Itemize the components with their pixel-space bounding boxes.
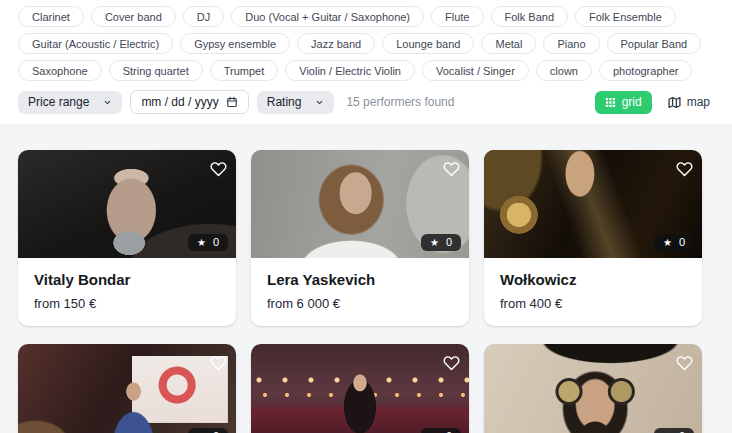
performer-card[interactable]: ★ 0 bbox=[18, 344, 236, 433]
performer-photo: ★ 0 bbox=[251, 150, 469, 258]
heart-icon bbox=[676, 354, 693, 371]
performer-info: Wołkowicz from 400 € bbox=[484, 258, 702, 326]
tag-folk-ensemble[interactable]: Folk Ensemble bbox=[575, 6, 676, 27]
performer-card[interactable]: ★ 0 Vitaly Bondar from 150 € bbox=[18, 150, 236, 326]
performer-card[interactable]: ★ 0 bbox=[251, 344, 469, 433]
favorite-button[interactable] bbox=[440, 351, 462, 373]
heart-icon bbox=[443, 354, 460, 371]
tag-filter-list: Clarinet Cover band DJ Duo (Vocal + Guit… bbox=[0, 0, 732, 81]
heart-icon bbox=[210, 354, 227, 371]
rating-label: Rating bbox=[267, 95, 302, 109]
favorite-button[interactable] bbox=[673, 351, 695, 373]
performer-photo-image bbox=[18, 344, 236, 433]
rating-badge: ★ 0 bbox=[188, 428, 228, 433]
favorite-button[interactable] bbox=[673, 157, 695, 179]
performer-photo: ★ 0 bbox=[484, 150, 702, 258]
performer-price: from 400 € bbox=[500, 296, 686, 311]
rating-badge: ★ 0 bbox=[188, 234, 228, 251]
tag-photographer[interactable]: photographer bbox=[599, 60, 692, 81]
performer-photo: ★ 0 bbox=[484, 344, 702, 433]
heart-icon bbox=[443, 160, 460, 177]
heart-icon bbox=[676, 160, 693, 177]
tag-clarinet[interactable]: Clarinet bbox=[18, 6, 84, 27]
favorite-button[interactable] bbox=[440, 157, 462, 179]
tag-duo-vocal-guitar-saxophone[interactable]: Duo (Vocal + Guitar / Saxophone) bbox=[231, 6, 424, 27]
price-range-select[interactable]: Price range bbox=[18, 91, 122, 114]
tag-lounge-band[interactable]: Lounge band bbox=[382, 33, 474, 54]
performer-photo-image bbox=[251, 344, 469, 433]
results-area: ★ 0 Vitaly Bondar from 150 € ★ bbox=[0, 124, 732, 433]
performer-photo: ★ 0 bbox=[18, 344, 236, 433]
tag-cover-band[interactable]: Cover band bbox=[91, 6, 176, 27]
grid-icon bbox=[605, 97, 616, 108]
star-icon: ★ bbox=[430, 238, 439, 248]
tag-dj[interactable]: DJ bbox=[183, 6, 224, 27]
tag-clown[interactable]: clown bbox=[536, 60, 592, 81]
date-placeholder: mm / dd / yyyy bbox=[141, 95, 218, 109]
view-toggle: grid map bbox=[595, 91, 714, 114]
map-view-button[interactable]: map bbox=[664, 91, 714, 114]
heart-icon bbox=[210, 160, 227, 177]
tag-popular-band[interactable]: Popular Band bbox=[607, 33, 702, 54]
performer-photo: ★ 0 bbox=[18, 150, 236, 258]
map-icon bbox=[668, 96, 681, 109]
rating-value: 0 bbox=[213, 237, 219, 248]
tag-guitar-acoustic-electric[interactable]: Guitar (Acoustic / Electric) bbox=[18, 33, 173, 54]
favorite-button[interactable] bbox=[207, 157, 229, 179]
performer-price: from 6 000 € bbox=[267, 296, 453, 311]
performer-grid: ★ 0 Vitaly Bondar from 150 € ★ bbox=[18, 150, 714, 433]
filter-bar: Price range mm / dd / yyyy Rating 15 per… bbox=[0, 90, 732, 114]
tag-trumpet[interactable]: Trumpet bbox=[210, 60, 279, 81]
tag-folk-band[interactable]: Folk Band bbox=[491, 6, 569, 27]
performer-info: Vitaly Bondar from 150 € bbox=[18, 258, 236, 326]
performer-name: Lera Yaskevich bbox=[267, 271, 453, 288]
chevron-down-icon bbox=[103, 98, 112, 107]
tag-saxophone[interactable]: Saxophone bbox=[18, 60, 102, 81]
tag-violin-electric-violin[interactable]: Violin / Electric Violin bbox=[285, 60, 415, 81]
performer-card[interactable]: ★ 0 bbox=[484, 344, 702, 433]
performer-card[interactable]: ★ 0 Wołkowicz from 400 € bbox=[484, 150, 702, 326]
chevron-down-icon bbox=[315, 98, 324, 107]
rating-badge: ★ 0 bbox=[654, 428, 694, 433]
tag-string-quartet[interactable]: String quartet bbox=[109, 60, 203, 81]
star-icon: ★ bbox=[663, 238, 672, 248]
calendar-icon bbox=[226, 96, 238, 108]
performer-card[interactable]: ★ 0 Lera Yaskevich from 6 000 € bbox=[251, 150, 469, 326]
tag-flute[interactable]: Flute bbox=[431, 6, 483, 27]
results-count: 15 performers found bbox=[346, 95, 454, 109]
map-view-label: map bbox=[687, 95, 710, 109]
performer-photo: ★ 0 bbox=[251, 344, 469, 433]
grid-view-label: grid bbox=[622, 95, 642, 109]
performer-info: Lera Yaskevich from 6 000 € bbox=[251, 258, 469, 326]
rating-value: 0 bbox=[679, 237, 685, 248]
performer-name: Wołkowicz bbox=[500, 271, 686, 288]
star-icon: ★ bbox=[197, 238, 206, 248]
favorite-button[interactable] bbox=[207, 351, 229, 373]
performer-photo-image bbox=[484, 344, 702, 433]
tag-metal[interactable]: Metal bbox=[481, 33, 536, 54]
price-range-label: Price range bbox=[28, 95, 89, 109]
performers-page: Clarinet Cover band DJ Duo (Vocal + Guit… bbox=[0, 0, 732, 433]
performer-name: Vitaly Bondar bbox=[34, 271, 220, 288]
rating-badge: ★ 0 bbox=[654, 234, 694, 251]
rating-badge: ★ 0 bbox=[421, 234, 461, 251]
rating-select[interactable]: Rating bbox=[257, 91, 335, 114]
tag-gypsy-ensemble[interactable]: Gypsy ensemble bbox=[180, 33, 290, 54]
rating-value: 0 bbox=[446, 237, 452, 248]
date-input[interactable]: mm / dd / yyyy bbox=[130, 90, 248, 114]
tag-jazz-band[interactable]: Jazz band bbox=[297, 33, 375, 54]
rating-badge: ★ 0 bbox=[421, 428, 461, 433]
performer-price: from 150 € bbox=[34, 296, 220, 311]
tag-vocalist-singer[interactable]: Vocalist / Singer bbox=[422, 60, 529, 81]
tag-piano[interactable]: Piano bbox=[543, 33, 599, 54]
grid-view-button[interactable]: grid bbox=[595, 91, 652, 114]
